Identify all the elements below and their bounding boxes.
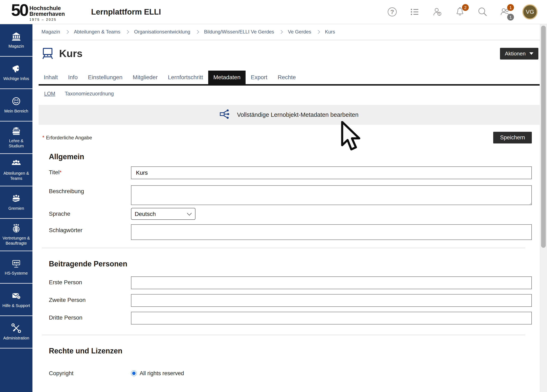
tab-inhalt[interactable]: Inhalt [39,71,63,84]
tab-info[interactable]: Info [63,71,83,84]
sprache-label: Sprache [49,208,131,217]
zweite-person-label: Zweite Person [49,294,131,303]
copyright-option-label: All rights reserved [140,370,184,377]
chevron-right-icon [65,30,69,34]
metadata-network-icon [220,109,231,121]
help-icon[interactable]: ? [387,7,397,17]
bank-icon [12,32,21,44]
sidebar-item-lehre-studium[interactable]: Lehre & Studium [0,122,33,154]
page-title: Kurs [59,48,82,60]
sidebar-item-label: Mein Bereich [4,108,28,114]
beschreibung-label: Beschreibung [49,185,131,195]
user-status-icon[interactable]: ! [432,7,443,17]
page-scrollbar[interactable] [540,24,547,392]
required-note: Erforderliche Angabe [46,135,92,141]
sidebar-item-mein-bereich[interactable]: Mein Bereich [0,89,33,122]
contacts-badge-bottom: 1 [507,14,514,20]
chevron-right-icon [125,30,129,34]
sidebar-item-gremien[interactable]: Gremien [0,186,33,219]
megaphone-icon [12,64,21,76]
main-area: Magazin Abteilungen & Teams Organisation… [33,24,540,392]
contacts-badge-top: 1 [507,4,514,11]
dritte-person-input[interactable] [131,312,532,324]
svg-text:!: ! [439,12,440,16]
actions-button[interactable]: Aktionen [500,48,538,60]
course-board-icon [41,47,54,60]
svg-text:?: ? [390,8,394,15]
svg-text:?: ? [18,296,20,299]
sidebar-filler [0,349,33,392]
tab-einstellungen[interactable]: Einstellungen [83,71,128,84]
sidebar-item-magazin[interactable]: Magazin [0,24,33,57]
university-logo: 50 Hochschule Bremerhaven 1975 – 2025 [11,2,65,22]
bell-icon[interactable]: 2 [455,7,465,17]
copyright-radio[interactable] [131,371,137,376]
titel-label: Titel* [49,166,131,176]
tab-lernfortschritt[interactable]: Lernfortschritt [163,71,208,84]
list-icon[interactable] [410,7,420,17]
avatar[interactable]: VG [522,4,538,20]
sidebar-item-label: HS-Systeme [5,271,28,276]
sidebar-item-label: Gremien [8,206,24,211]
titel-input[interactable] [131,166,532,179]
logo-name-line1: Hochschule [29,6,65,11]
sidebar-item-hs-systeme[interactable]: HS-Systeme [0,251,33,284]
globe-people-icon [12,223,21,236]
search-icon[interactable] [477,7,488,17]
smiley-icon [12,96,21,108]
chevron-right-icon [195,30,199,34]
erste-person-input[interactable] [131,277,532,289]
zweite-person-input[interactable] [131,294,532,307]
sidebar-item-label: Hilfe & Support [2,303,30,308]
breadcrumb-item[interactable]: Bildung/Wissen/ELLI Ve Gerdes [204,29,274,35]
schlagwoerter-input[interactable] [131,224,532,240]
sprache-select[interactable]: Deutsch [131,208,195,220]
people-group-icon [12,159,21,171]
sidebar-item-administration[interactable]: Administration [0,316,33,349]
tab-export[interactable]: Export [246,71,273,84]
section-heading-beitragende: Beitragende Personen [49,260,540,268]
sidebar-item-label: Vertretungen & Beauftragte [1,236,31,246]
tab-mitglieder[interactable]: Mitglieder [128,71,163,84]
breadcrumb-item[interactable]: Kurs [325,29,335,35]
breadcrumb-item[interactable]: Magazin [41,29,60,35]
contacts-icon[interactable]: 1 1 [500,7,510,17]
notifications-badge: 2 [462,4,469,11]
breadcrumb-item[interactable]: Ve Gerdes [288,29,311,35]
required-asterisk: * [42,135,44,141]
subtab-bar: LOM Taxonomiezuordnung [39,86,540,97]
sidebar-item-label: Wichtige Infos [3,76,29,81]
schlagwoerter-label: Schlagwörter [49,224,131,234]
main-sidebar: Magazin Wichtige Infos Mein Bereich Lehr… [0,24,33,392]
monitor-icon [12,259,21,271]
section-heading-rechte: Rechte und Lizenzen [49,347,540,355]
section-divider [42,248,525,248]
chevron-right-icon [279,30,283,34]
sidebar-item-abteilungen-teams[interactable]: Abteilungen & Teams [0,154,33,186]
logo-years: 1975 – 2025 [29,18,65,21]
breadcrumb: Magazin Abteilungen & Teams Organisation… [33,24,540,41]
sidebar-item-wichtige-infos[interactable]: Wichtige Infos [0,57,33,89]
breadcrumb-item[interactable]: Organisationsentwicklung [134,29,190,35]
beschreibung-textarea[interactable] [131,185,532,205]
committee-icon [12,194,21,206]
save-button[interactable]: Speichern [493,132,532,143]
tools-icon [12,324,21,336]
erste-person-label: Erste Person [49,277,131,286]
scrollbar-thumb[interactable] [541,26,546,248]
sidebar-item-label: Abteilungen & Teams [1,171,31,181]
chevron-right-icon [316,30,320,34]
section-divider [42,335,525,335]
tab-rechte[interactable]: Rechte [273,71,301,84]
sidebar-item-vertretungen[interactable]: Vertretungen & Beauftragte [0,219,33,251]
subtab-lom[interactable]: LOM [44,91,55,97]
caret-down-icon [529,52,533,55]
subtab-taxonomiezuordnung[interactable]: Taxonomiezuordnung [65,91,114,97]
sidebar-item-hilfe-support[interactable]: ? Hilfe & Support [0,284,33,316]
tab-metadaten[interactable]: Metadaten [208,71,246,84]
mail-help-icon: ? [12,291,21,303]
edit-full-metadata-banner[interactable]: Vollständige Lernobjekt-Metadaten bearbe… [39,105,540,125]
breadcrumb-item[interactable]: Abteilungen & Teams [74,29,120,35]
logo-name-line2: Bremerhaven [29,11,65,17]
section-heading-allgemein: Allgemein [49,153,540,161]
